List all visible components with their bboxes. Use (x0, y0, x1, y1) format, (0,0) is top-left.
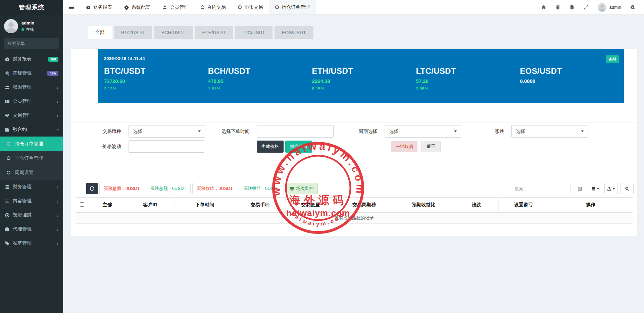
settings-gears-icon[interactable] (630, 5, 635, 10)
sidebar-item-closed-orders[interactable]: 平仓订单管理 (0, 151, 63, 165)
chevron-left-icon: ‹ (56, 212, 58, 218)
buy-up-total-stat[interactable]: 买涨总额：0USDT (99, 183, 144, 194)
col-amount: 交易数量 (285, 198, 336, 213)
buy-down-profit-stat[interactable]: 买跌收益：0USDT (239, 183, 284, 194)
reset-button[interactable]: 重置 (421, 141, 441, 152)
circle-icon (238, 5, 242, 9)
tab-content-card: 2026-03-16 14:11:44 实时 BTC/USDT 73720.60… (71, 49, 637, 236)
caret-down-icon (597, 188, 599, 190)
page-content: 全部 BTC/USDT BCH/USDT ETH/USDT LTC/USDT E… (63, 15, 644, 313)
chevron-left-icon: ‹ (56, 198, 58, 204)
nav-tab-contract-trading[interactable]: 合约交易 (195, 0, 232, 14)
col-primary-key: 主键 (89, 198, 126, 213)
sidebar-item-agents[interactable]: 代理管理 ‹ (0, 222, 63, 236)
ticker-pair-ltc: LTC/USDT 57.20 3.85% (416, 66, 520, 91)
generate-price-button[interactable]: 生成价格 (257, 141, 284, 153)
filter-row-1: 交易币种 选择 选择下单时间 周期选择 选择 涨跌 选择 (102, 125, 637, 138)
tab-eos-usdt[interactable]: EOS/USDT (275, 26, 313, 39)
col-actions: 操作 (549, 198, 633, 213)
circle-icon (7, 142, 15, 146)
table-search-input[interactable] (511, 183, 571, 194)
buy-down-total-stat[interactable]: 买跌总额：0USDT (146, 183, 191, 194)
card-view-icon (578, 187, 582, 191)
session-monitor-button[interactable]: 场次监控 (286, 183, 318, 194)
col-expected-return: 预期收益比 (393, 198, 455, 213)
buy-up-profit-stat[interactable]: 买涨收益：0USDT (192, 183, 237, 194)
export-button[interactable] (604, 183, 618, 194)
period-select[interactable]: 选择 (385, 125, 461, 138)
sidebar-item-permissions[interactable]: 权限管理 ‹ (0, 80, 63, 94)
avatar (598, 3, 606, 12)
period-filter-label: 周期选择 (358, 128, 377, 135)
realtime-badge: 实时 (606, 55, 619, 63)
coin-select[interactable]: 选择 (129, 125, 205, 138)
sidebar-item-period-settings[interactable]: 周期设置 (0, 165, 63, 180)
translate-icon[interactable] (569, 5, 575, 10)
fullscreen-icon[interactable] (584, 5, 589, 10)
sidebar-item-content[interactable]: 内容管理 ‹ (0, 194, 63, 208)
ticker-datetime: 2026-03-16 14:11:44 (104, 56, 145, 61)
grid-icon (591, 187, 596, 191)
navbar-username: admin (609, 5, 621, 10)
sidebar-toggle-button[interactable] (63, 0, 80, 14)
sidebar-item-finance-report[interactable]: 财务报表 hot (0, 52, 63, 66)
col-updown: 涨跌 (455, 198, 498, 213)
col-set-pnl: 设置盈亏 (498, 198, 549, 213)
updown-select[interactable]: 选择 (511, 125, 588, 138)
sidebar-search (4, 38, 59, 49)
tab-all[interactable]: 全部 (88, 26, 112, 39)
tab-ltc-usdt[interactable]: LTC/USDT (235, 26, 273, 39)
tab-eth-usdt[interactable]: ETH/USDT (195, 26, 233, 39)
columns-button[interactable] (589, 183, 602, 194)
circle-icon (7, 156, 15, 160)
sidebar-item-general[interactable]: 常规管理 new (0, 66, 63, 80)
table-header-row: 主键 客户ID 下单时间 交易币种 交易数量 交易周期秒 预期收益比 涨跌 设置… (76, 198, 633, 213)
navbar-user-menu[interactable]: admin (598, 3, 621, 12)
sidebar-item-members[interactable]: 会员管理 ‹ (0, 94, 63, 108)
nav-tab-members[interactable]: 会员管理 (156, 0, 195, 14)
filter-row-2: 价格波动 生成价格 提交价格 一键取消 重置 (102, 140, 637, 153)
user-panel: admin 在线 (0, 15, 63, 37)
orders-table: 主键 客户ID 下单时间 交易币种 交易数量 交易周期秒 预期收益比 涨跌 设置… (76, 197, 633, 224)
caret-down-icon (612, 188, 615, 190)
nav-tab-position-orders[interactable]: 持仓订单管理 (269, 0, 316, 14)
sidebar-item-seconds-contract[interactable]: 秒合约 ‹ (0, 122, 63, 137)
chevron-down-icon: ‹ (55, 128, 60, 131)
trash-icon[interactable] (555, 5, 560, 10)
order-time-label: 选择下单时间 (221, 128, 250, 135)
nav-tab-system-config[interactable]: 系统配置 (118, 0, 156, 14)
refresh-button[interactable] (86, 183, 98, 194)
sidebar-item-trading[interactable]: 交易管理 ‹ (0, 108, 63, 122)
dashboard-icon (86, 5, 91, 10)
database-icon (5, 185, 13, 190)
col-period-seconds: 交易周期秒 (336, 198, 393, 213)
dashboard-icon (5, 57, 13, 62)
table-toolbar: 买涨总额：0USDT 买跌总额：0USDT 买涨收益：0USDT 买跌收益：0U… (71, 183, 637, 194)
sidebar-item-private-equity[interactable]: 私募管理 ‹ (0, 236, 63, 250)
cancel-all-button[interactable]: 一键取消 (391, 141, 417, 152)
home-icon[interactable] (541, 5, 546, 10)
sidebar-search-input[interactable] (7, 41, 66, 46)
chevron-left-icon: ‹ (56, 226, 58, 232)
monitor-icon (290, 186, 295, 191)
chevron-left-icon: ‹ (56, 241, 58, 246)
tab-bch-usdt[interactable]: BCH/USDT (154, 26, 193, 39)
table-search-button[interactable] (620, 183, 634, 194)
sidebar-item-investment[interactable]: 投资理财 ‹ (0, 208, 63, 222)
submit-price-button[interactable]: 提交价格 (285, 141, 312, 153)
nav-tab-coin-trading[interactable]: 币币交易 (232, 0, 269, 14)
price-move-input[interactable] (129, 140, 204, 153)
divider (71, 122, 637, 122)
calendar-icon (5, 127, 13, 132)
tab-btc-usdt[interactable]: BTC/USDT (114, 26, 152, 39)
order-time-input[interactable] (257, 125, 334, 138)
price-move-label: 价格波动 (102, 144, 121, 150)
select-all-checkbox[interactable] (80, 202, 84, 207)
sidebar-item-position-orders[interactable]: 持仓订单管理 (0, 137, 63, 151)
nav-tab-finance-report[interactable]: 财务报表 (80, 0, 118, 14)
empty-row: 没有找到匹配的记录 (76, 213, 633, 224)
handshake-icon (5, 113, 13, 118)
sidebar-item-finance-mgmt[interactable]: 财务管理 ‹ (0, 180, 63, 194)
briefcase-icon (5, 227, 13, 232)
toggle-view-button[interactable] (573, 183, 586, 194)
